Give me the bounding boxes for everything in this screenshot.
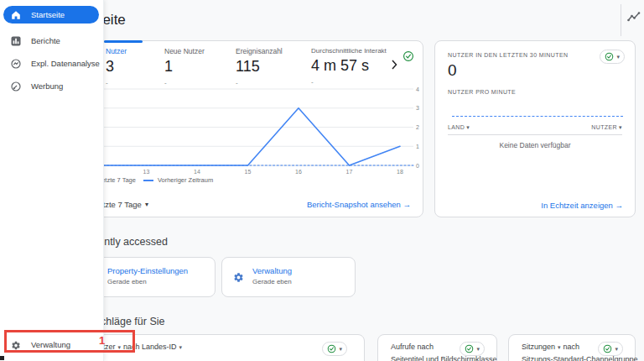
per-minute-baseline — [452, 116, 623, 117]
suggestion-card-views-by-page[interactable]: Aufrufe nach Seitentitel und Bildschirmk… — [377, 334, 497, 361]
next-metrics-chevron-icon[interactable] — [392, 58, 397, 73]
sidebar-item-reports[interactable]: Berichte — [3, 32, 99, 50]
svg-text:17: 17 — [346, 169, 353, 175]
svg-text:13: 13 — [143, 169, 150, 175]
svg-text:2: 2 — [416, 124, 419, 130]
chevron-down-icon: ▾ — [476, 346, 480, 352]
recent-time: Gerade eben — [252, 278, 292, 285]
country-column-header[interactable]: LAND ▾ — [448, 124, 470, 130]
metric-label: Durchschnittliche Interakt — [311, 47, 387, 55]
metric-value: 115 — [236, 58, 283, 76]
metric-value: 1 — [164, 58, 205, 76]
overview-card: Nutzer 3 - Neue Nutzer 1 - Ereignisanzah… — [80, 40, 423, 217]
nav-drawer: Startseite Berichte Expl. Datenanalyse — [0, 0, 104, 361]
check-circle-icon — [603, 344, 612, 353]
metric-value: 3 — [106, 58, 127, 76]
sidebar-item-label: Expl. Datenanalyse — [31, 59, 100, 68]
arrow-right-icon: → — [403, 200, 412, 209]
sidebar-item-label: Berichte — [31, 36, 60, 45]
suggestion-card-sessions-by-channel[interactable]: Sitzungen ▾ nach Sitzungs-Standard-Chann… — [508, 334, 636, 361]
ga-home-screen: Startseite Nutzer 3 - Neue Nutzer 1 - Er… — [0, 0, 644, 361]
check-circle-icon — [327, 344, 336, 353]
svg-text:14: 14 — [194, 169, 200, 175]
svg-text:1: 1 — [416, 144, 419, 149]
corner-artifact — [0, 356, 4, 360]
realtime-value: 0 — [448, 61, 457, 80]
suggestion-card-title: Sitzungen ▾ nach — [522, 343, 579, 351]
suggestion-card-subtitle: Sitzungs-Standard-Channelgruppe — [522, 355, 638, 361]
svg-text:0: 0 — [416, 163, 419, 169]
legend-dashed-swatch — [143, 180, 153, 181]
no-data-message: Keine Daten verfügbar — [435, 141, 635, 149]
view-realtime-link[interactable]: In Echtzeit anzeigen → — [541, 201, 623, 210]
suggestion-card-title: Aufrufe nach — [391, 343, 434, 351]
right-rail-divider — [621, 4, 621, 36]
metric-delta: - — [236, 79, 283, 86]
suggestion-card-subtitle: Seitentitel und Bildschirmklasse — [391, 355, 497, 361]
svg-text:3: 3 — [416, 105, 419, 111]
svg-text:4: 4 — [416, 86, 419, 92]
sidebar-item-advertising[interactable]: Werbung — [3, 77, 99, 95]
chevron-down-icon: ▾ — [558, 344, 561, 350]
metric-delta: - — [311, 78, 387, 86]
status-pill[interactable]: ▾ — [322, 342, 347, 356]
table-divider — [448, 134, 622, 135]
sidebar-item-label: Werbung — [31, 81, 63, 91]
home-icon — [11, 10, 21, 20]
recent-card-admin[interactable]: Verwaltung Gerade eben — [221, 257, 356, 297]
metric-delta: - — [106, 79, 127, 86]
sidebar-item-label: Startseite — [31, 10, 65, 19]
advertising-icon — [11, 81, 21, 92]
chevron-down-icon: ▾ — [466, 124, 470, 130]
annotation-box-1 — [4, 330, 135, 353]
metric-tab-nutzer[interactable]: Nutzer 3 - — [106, 47, 127, 86]
check-circle-icon — [465, 344, 474, 353]
arrow-right-icon: → — [615, 201, 624, 210]
data-quality-check-icon[interactable] — [402, 50, 414, 65]
realtime-card: NUTZER IN DEN LETZTEN 30 MINUTEN ▾ 0 NUT… — [434, 40, 636, 217]
chevron-down-icon: ▾ — [145, 201, 148, 208]
annotation-label: 1 — [99, 334, 105, 347]
legend-label: Vorheriger Zeitraum — [158, 176, 213, 184]
reports-icon — [11, 36, 21, 46]
active-metric-indicator — [104, 40, 143, 43]
chevron-down-icon: ▾ — [179, 344, 183, 350]
chevron-down-icon: ▾ — [616, 54, 620, 60]
explore-icon — [11, 59, 21, 69]
metric-label: Nutzer — [106, 47, 127, 55]
per-minute-label: NUTZER PRO MINUTE — [448, 89, 516, 95]
metric-value: 4 m 57 s — [311, 57, 387, 75]
metric-tab-ereignisanzahl[interactable]: Ereignisanzahl 115 - — [236, 47, 283, 86]
realtime-status-pill[interactable]: ▾ — [600, 50, 625, 64]
metric-tab-neue-nutzer[interactable]: Neue Nutzer 1 - — [164, 47, 205, 86]
insights-icon[interactable] — [627, 10, 641, 24]
svg-text:16: 16 — [295, 169, 302, 175]
status-pill[interactable]: ▾ — [460, 342, 485, 356]
gear-icon — [233, 271, 244, 286]
users-column-header[interactable]: NUTZER ▾ — [591, 124, 622, 130]
check-circle-icon — [605, 52, 614, 61]
chevron-down-icon: ▾ — [615, 346, 618, 352]
recent-link: Verwaltung — [252, 266, 292, 275]
metric-delta: - — [164, 79, 205, 86]
recent-time: Gerade eben — [107, 278, 188, 285]
metric-label: Ereignisanzahl — [236, 47, 283, 55]
sidebar-item-home[interactable]: Startseite — [3, 6, 99, 24]
chevron-down-icon: ▾ — [619, 124, 622, 130]
report-snapshot-link[interactable]: Bericht-Snapshot ansehen → — [307, 200, 411, 209]
metric-label: Neue Nutzer — [164, 47, 205, 55]
status-pill[interactable]: ▾ — [598, 342, 623, 356]
svg-text:15: 15 — [245, 169, 252, 175]
svg-text:18: 18 — [397, 169, 403, 175]
sidebar-item-explore[interactable]: Expl. Datenanalyse — [3, 55, 99, 72]
chevron-down-icon: ▾ — [339, 346, 342, 352]
metric-tab-interaktionsdauer[interactable]: Durchschnittliche Interakt 4 m 57 s - — [311, 47, 387, 86]
realtime-title: NUTZER IN DEN LETZTEN 30 MINUTEN — [448, 52, 568, 58]
recent-link: Property-Einstellungen — [107, 266, 188, 275]
